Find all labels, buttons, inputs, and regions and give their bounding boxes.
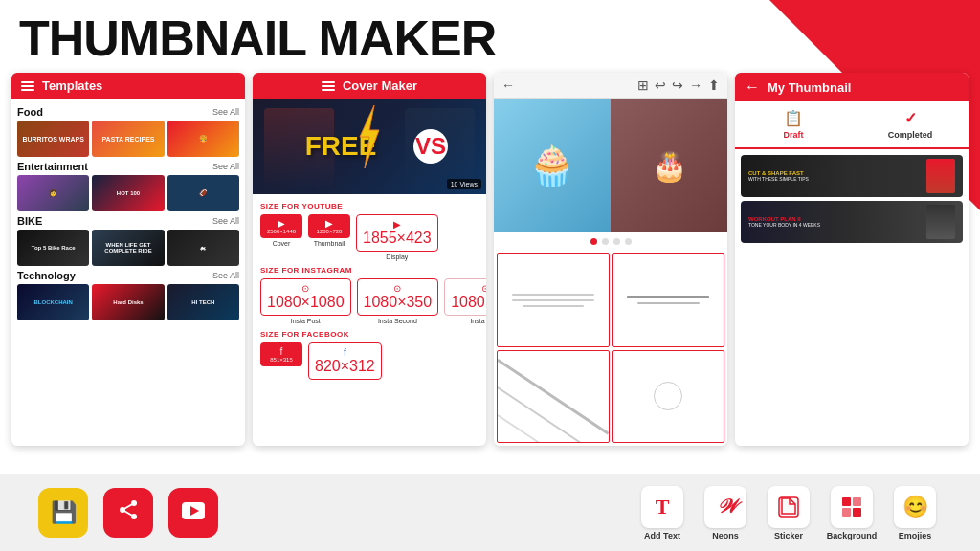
dot-1[interactable] bbox=[590, 238, 597, 245]
category-food-images: BURRITOS WRAPS PASTA RECIPES 🍔 bbox=[17, 121, 239, 157]
size-cover-box[interactable]: ▶ 2560×1440 bbox=[260, 214, 302, 238]
category-bike-seeall[interactable]: See All bbox=[212, 216, 239, 226]
youtube-display-icon: ▶ bbox=[393, 219, 401, 230]
cover-views-badge: 10 Views bbox=[447, 179, 481, 189]
size-insta-post1-box[interactable]: ⊙ 1080×1080 bbox=[260, 278, 351, 316]
cover-vs-badge: VS bbox=[413, 129, 448, 164]
tool-neons[interactable]: 𝒲 Neons bbox=[699, 486, 752, 540]
thumb-tech-3[interactable]: HI TECH bbox=[167, 284, 239, 320]
export-icon[interactable]: ⬆ bbox=[708, 77, 720, 93]
thumb-food-3[interactable]: 🍔 bbox=[167, 121, 239, 157]
template-cell-1[interactable] bbox=[497, 253, 610, 347]
size-fb-cover2[interactable]: f 820×312 bbox=[308, 342, 382, 380]
template-line-1 bbox=[512, 294, 594, 296]
thumb-bike-2[interactable]: WHEN LIFE GET COMPLETE RIDE bbox=[92, 230, 164, 266]
svg-marker-0 bbox=[360, 105, 379, 168]
tool-add-text[interactable]: T Add Text bbox=[635, 486, 689, 540]
youtube-cover-icon: ▶ bbox=[278, 218, 285, 229]
size-thumbnail-box[interactable]: ▶ 1280×720 bbox=[308, 214, 350, 238]
redo-icon[interactable]: ↪ bbox=[672, 77, 683, 93]
dots-row bbox=[494, 232, 727, 251]
dot-4[interactable] bbox=[625, 238, 632, 245]
youtube-cover-size: 2560×1440 bbox=[267, 229, 296, 234]
thumb-ent-3[interactable]: 🏈 bbox=[167, 175, 239, 211]
screen2-title: Cover Maker bbox=[343, 78, 417, 93]
hamburger-icon[interactable] bbox=[21, 81, 34, 91]
tab-completed[interactable]: ✓ Completed bbox=[852, 101, 969, 147]
screen2-hamburger-icon[interactable] bbox=[322, 81, 335, 91]
insta-post2-label: Insta Post bbox=[470, 318, 486, 324]
thumb-tech-2[interactable]: Hard Disks bbox=[92, 284, 164, 320]
main-content: Templates Food See All BURRITOS WRAPS PA… bbox=[0, 73, 980, 446]
size-insta-post1[interactable]: ⊙ 1080×1080 Insta Post bbox=[260, 278, 351, 324]
tool-emojies[interactable]: 😊 Emojies bbox=[888, 486, 942, 540]
thumb-preview-2[interactable]: WORKOUT PLAN II TONE YOUR BODY IN 4 WEEK… bbox=[741, 201, 963, 243]
size-insta-post2-box[interactable]: ⊙ 1080×356 bbox=[444, 278, 486, 316]
editor-img-cupcake[interactable]: 🧁 bbox=[494, 99, 611, 232]
template-cell-2[interactable] bbox=[612, 253, 725, 347]
svg-rect-15 bbox=[853, 508, 861, 517]
dot-3[interactable] bbox=[613, 238, 620, 245]
thumb-bike-3[interactable]: 🏍 bbox=[167, 230, 239, 266]
thumb-bike-1[interactable]: Top 5 Bike Race bbox=[17, 230, 89, 266]
editor-img-candle[interactable]: 🎂 bbox=[611, 99, 727, 232]
category-food-seeall[interactable]: See All bbox=[212, 107, 239, 117]
back-icon[interactable]: ← bbox=[501, 77, 515, 93]
category-bike-header: BIKE See All bbox=[17, 215, 239, 227]
size-insta-second[interactable]: ⊙ 1080×350 Insta Second bbox=[357, 278, 439, 324]
tab-draft[interactable]: 📋 Draft bbox=[735, 101, 852, 149]
category-entertainment-seeall[interactable]: See All bbox=[212, 162, 239, 171]
size-cover[interactable]: ▶ 2560×1440 Cover bbox=[260, 214, 302, 260]
add-text-icon[interactable]: T bbox=[641, 486, 683, 528]
template-line-3 bbox=[523, 305, 585, 307]
template-line-5 bbox=[637, 302, 700, 304]
youtube-button[interactable] bbox=[168, 488, 218, 538]
cupcake-icon: 🧁 bbox=[528, 143, 576, 188]
background-icon[interactable] bbox=[831, 486, 873, 528]
topbar-left-icons: ← bbox=[501, 77, 515, 93]
thumb-food-2[interactable]: PASTA RECIPES bbox=[92, 121, 164, 157]
template-cell-4[interactable] bbox=[612, 350, 725, 444]
undo-icon[interactable]: ↩ bbox=[655, 77, 666, 93]
screen4-back-icon[interactable]: ← bbox=[745, 78, 760, 96]
thumb-food-1[interactable]: BURRITOS WRAPS bbox=[17, 121, 89, 157]
youtube-display-size: 1855×423 bbox=[363, 230, 432, 247]
size-fb-cover[interactable]: f 851×315 bbox=[260, 342, 302, 380]
dot-2[interactable] bbox=[602, 238, 609, 245]
template-cell-3[interactable] bbox=[497, 350, 610, 444]
thumb-preview-2-text: WORKOUT PLAN II TONE YOUR BODY IN 4 WEEK… bbox=[748, 216, 820, 228]
instagram-size-options: ⊙ 1080×1080 Insta Post ⊙ 1080×350 Insta … bbox=[260, 278, 479, 324]
save-button[interactable]: 💾 bbox=[38, 488, 88, 538]
thumb-preview-2-img bbox=[926, 205, 955, 239]
save-icon: 💾 bbox=[51, 500, 77, 525]
emojies-icon[interactable]: 😊 bbox=[894, 486, 936, 528]
youtube-thumb-icon: ▶ bbox=[325, 218, 333, 229]
sticker-icon[interactable] bbox=[768, 486, 810, 528]
size-display[interactable]: ▶ 1855×423 Display bbox=[356, 214, 438, 260]
size-fb-cover2-box[interactable]: f 820×312 bbox=[308, 342, 382, 380]
youtube-size-options: ▶ 2560×1440 Cover ▶ 1280×720 Thumbnail ▶ bbox=[260, 214, 479, 260]
layers-icon[interactable]: ⊞ bbox=[637, 77, 649, 93]
tool-sticker[interactable]: Sticker bbox=[762, 486, 815, 540]
category-food-title: Food bbox=[17, 106, 43, 118]
cover-hero: FREE VS 10 Views bbox=[253, 99, 486, 194]
size-fb-cover-box[interactable]: f 851×315 bbox=[260, 342, 302, 366]
forward-icon[interactable]: → bbox=[689, 77, 702, 93]
insta-post2-size: 1080×356 bbox=[451, 294, 486, 311]
tool-background[interactable]: Background bbox=[825, 486, 879, 540]
thumb-tech-1[interactable]: BLOCKCHAIN bbox=[17, 284, 89, 320]
insta-post1-size: 1080×1080 bbox=[267, 294, 345, 311]
thumb-ent-2[interactable]: HOT 100 bbox=[92, 175, 164, 211]
size-thumbnail[interactable]: ▶ 1280×720 Thumbnail bbox=[308, 214, 350, 260]
size-display-box[interactable]: ▶ 1855×423 bbox=[356, 214, 438, 252]
size-insta-second-box[interactable]: ⊙ 1080×350 bbox=[357, 278, 439, 316]
category-entertainment-images: 👩 HOT 100 🏈 bbox=[17, 175, 239, 211]
category-bike-title: BIKE bbox=[17, 215, 42, 227]
category-technology-images: BLOCKCHAIN Hard Disks HI TECH bbox=[17, 284, 239, 320]
category-technology-seeall[interactable]: See All bbox=[212, 271, 239, 280]
thumb-ent-1[interactable]: 👩 bbox=[17, 175, 89, 211]
thumb-preview-1[interactable]: CUT & SHAPE FAST WITH THESE SIMPLE TIPS bbox=[741, 155, 963, 197]
neons-icon[interactable]: 𝒲 bbox=[704, 486, 746, 528]
size-insta-post2[interactable]: ⊙ 1080×356 Insta Post bbox=[444, 278, 486, 324]
share-button[interactable] bbox=[103, 488, 153, 538]
